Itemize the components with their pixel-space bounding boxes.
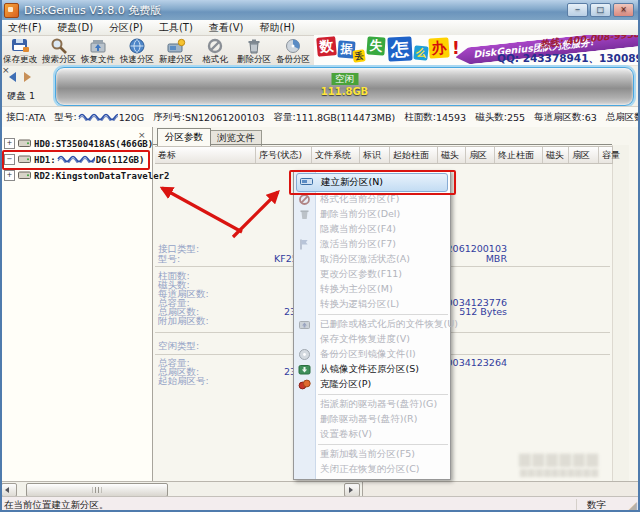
property-label: 型号: [158, 253, 180, 266]
menubar-item-4[interactable]: 查看(V) [201, 20, 252, 35]
ad-tile-4: 怎 [387, 36, 412, 61]
menu-item-label: 激活当前分区(F7) [320, 238, 396, 251]
toolbar-button-1[interactable]: 搜索分区 [40, 37, 78, 65]
column-header-1[interactable]: 序号(状态) [256, 147, 312, 163]
column-header-3[interactable]: 标识 [360, 147, 390, 163]
toolbar-button-6[interactable]: 删除分区 [235, 37, 273, 65]
tree-item-hd0[interactable]: +HD0:ST3500418AS(466GB) [0, 136, 153, 151]
resize-grip[interactable]: ◢ [629, 499, 637, 512]
column-header-4[interactable]: 起始柱面 [390, 147, 438, 163]
tree-item-rd2[interactable]: +RD2:KingstonDataTraveler2 [0, 168, 169, 183]
scrollbar-thumb[interactable] [26, 483, 168, 497]
scroll-right-arrow-icon[interactable] [344, 483, 360, 497]
format-icon [196, 38, 234, 54]
vertical-scrollbar[interactable] [612, 145, 629, 481]
tree-item-text: HD1: [34, 155, 56, 165]
menu-item-0[interactable]: 建立新分区(N) [296, 173, 448, 192]
toolbar-button-label: 快速分区 [118, 54, 156, 64]
info-field-label: 序列号: [153, 111, 185, 124]
column-header-9[interactable]: 扇区 [569, 147, 599, 163]
info-field-value: 120G [119, 112, 145, 123]
menu-item-label: 转换为主分区(M) [320, 283, 393, 296]
toolbar-button-3[interactable]: 快速分区 [118, 37, 156, 65]
menubar-item-0[interactable]: 文件(F) [0, 20, 50, 35]
clone-icon [298, 378, 311, 391]
menu-item-6: 更改分区参数(F11) [294, 267, 450, 282]
column-header-5[interactable]: 磁头 [438, 147, 466, 163]
toolbar-button-label: 备份分区 [274, 54, 312, 64]
column-header-6[interactable]: 扇区 [466, 147, 495, 163]
menu-bar: 文件(F)硬盘(D)分区(P)工具(T)查看(V)帮助(H) [0, 20, 640, 36]
toolbar-button-label: 格式化 [196, 54, 234, 64]
toolbar-button-label: 恢复文件 [79, 54, 117, 64]
menu-item-11: 备份分区到镜像文件(I) [294, 347, 450, 362]
menu-item-label: 重新加载当前分区(F5) [320, 448, 415, 461]
backup-partition-icon [274, 38, 312, 54]
toolbar-button-2[interactable]: 恢复文件 [79, 37, 117, 65]
menu-item-label: 保存文件恢复进度(V) [320, 333, 410, 346]
tab-strip-line [153, 144, 612, 145]
menu-item-1: 格式化当前分区(F) [294, 192, 450, 207]
menu-item-label: 克隆分区(P) [320, 378, 371, 391]
close-button[interactable]: × [613, 3, 634, 17]
tree-item-text: RD2:KingstonDataTraveler2 [34, 171, 169, 181]
redaction-scribble [57, 154, 95, 165]
column-header-8[interactable]: 磁头 [543, 147, 569, 163]
menu-item-17: 重新加载当前分区(F5) [294, 447, 450, 462]
expand-toggle-icon[interactable]: − [4, 154, 15, 165]
menubar-item-3[interactable]: 工具(T) [151, 20, 201, 35]
property-label: 起始扇区号: [158, 375, 209, 388]
disk-tree-panel: × +HD0:ST3500418AS(466GB)−HD1:DG(112GB)+… [0, 127, 153, 481]
menu-item-label: 指派新的驱动器号(盘符)(G) [320, 398, 437, 411]
disk-drive-icon [18, 170, 31, 182]
tree-item-hd1[interactable]: −HD1:DG(112GB) [0, 152, 144, 167]
toolbar-button-7[interactable]: 备份分区 [274, 37, 312, 65]
toolbar-button-5[interactable]: 格式化 [196, 37, 234, 65]
expand-toggle-icon[interactable]: + [4, 138, 15, 149]
column-header-7[interactable]: 终止柱面 [495, 147, 543, 163]
ad-tile-6: 办 [428, 37, 449, 58]
minimize-button[interactable]: ‒ [567, 3, 588, 17]
disk-space-bar[interactable]: 空闲 111.8GB [55, 67, 634, 106]
menu-item-label: 隐藏当前分区(F4) [320, 223, 396, 236]
property-value-right: MBR [486, 253, 507, 264]
menu-item-12[interactable]: 从镜像文件还原分区(S) [294, 362, 450, 377]
toolbar-button-0[interactable]: 保存更改 [1, 37, 39, 65]
menu-item-label: 转换为逻辑分区(L) [320, 298, 399, 311]
title-bar[interactable]: DiskGenius V3.8.0 免费版 ‒ □ × [0, 0, 640, 20]
status-num-indicator: 数字 [576, 499, 606, 512]
new-partition-icon [157, 38, 195, 54]
info-field-5: 磁头数:255 [475, 111, 525, 124]
menubar-item-1[interactable]: 硬盘(D) [50, 20, 102, 35]
menubar-item-5[interactable]: 帮助(H) [252, 20, 303, 35]
info-field-value: SN12061200103 [185, 112, 265, 123]
menu-item-16: 设置卷标(V) [294, 427, 450, 442]
prev-disk-arrow-icon[interactable] [9, 72, 16, 82]
menu-item-13[interactable]: 克隆分区(P) [294, 377, 450, 392]
horizontal-scrollbar[interactable] [0, 482, 363, 496]
tab-partition-params[interactable]: 分区参数 [157, 128, 211, 146]
info-field-4: 柱面数:14593 [404, 111, 466, 124]
column-header-10[interactable]: 容量 [599, 147, 640, 163]
info-field-3: 容量:111.8GB(114473MB) [274, 111, 396, 124]
toolbar-button-4[interactable]: 新建分区 [157, 37, 195, 65]
maximize-button[interactable]: □ [590, 3, 611, 17]
scroll-left-arrow-icon[interactable] [1, 483, 17, 497]
menu-item-4: 激活当前分区(F7) [294, 237, 450, 252]
menubar-item-2[interactable]: 分区(P) [101, 20, 151, 35]
expand-toggle-icon[interactable]: + [4, 170, 15, 181]
menu-item-label: 取消分区激活状态(A) [320, 253, 410, 266]
info-field-1: 型号:120G [55, 111, 145, 124]
diskgenius-window: DiskGenius V3.8.0 免费版 ‒ □ × 文件(F)硬盘(D)分区… [0, 0, 640, 512]
ad-tile-5: 么 [413, 45, 428, 60]
next-disk-arrow-icon[interactable] [24, 72, 31, 82]
info-field-label: 磁头数: [475, 111, 507, 124]
column-header-2[interactable]: 文件系统 [312, 147, 360, 163]
info-field-label: 柱面数: [404, 111, 436, 124]
ad-tile-3: 失 [366, 36, 385, 55]
menu-item-14: 指派新的驱动器号(盘符)(G) [294, 397, 450, 412]
column-header-0[interactable]: 卷标 [155, 147, 256, 163]
search-partition-icon [40, 38, 78, 54]
disk-drive-icon [18, 138, 31, 150]
menu-item-10: 保存文件恢复进度(V) [294, 332, 450, 347]
